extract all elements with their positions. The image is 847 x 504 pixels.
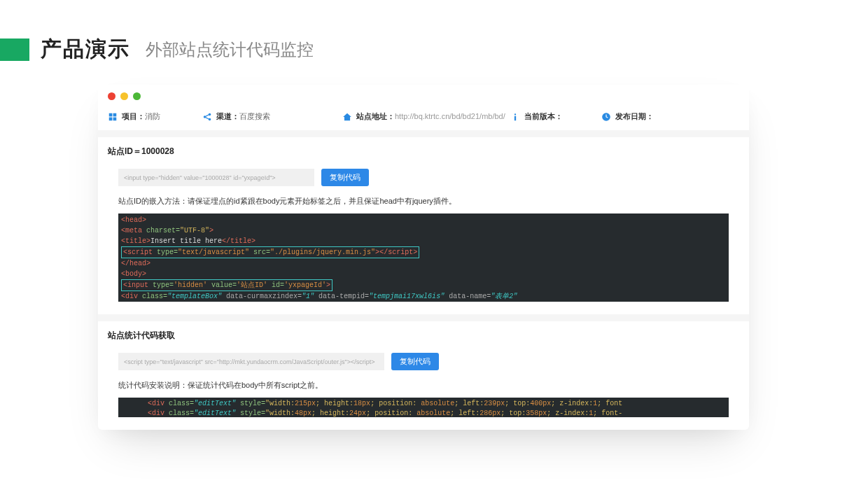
channel-label: 渠道： [216, 112, 239, 120]
app-window: 项目：消防 渠道：百度搜索 站点地址：http://bq.ktrtc.cn/bd… [98, 85, 749, 430]
maximize-dot[interactable] [133, 92, 141, 100]
window-controls [98, 85, 749, 106]
info-bar: 项目：消防 渠道：百度搜索 站点地址：http://bq.ktrtc.cn/bd… [98, 106, 749, 130]
help-text-1: 站点ID的嵌入方法：请保证埋点的id紧跟在body元素开始标签之后，并且保证he… [108, 196, 739, 214]
svg-point-4 [204, 115, 206, 118]
accent-bar [0, 38, 29, 61]
stats-code-input[interactable] [118, 353, 384, 370]
site-label: 站点地址： [356, 112, 395, 120]
site-link[interactable]: http://bq.ktrtc.cn/bd/bd21/mb/bd/ [395, 112, 505, 120]
code-block-1: <head> <meta charset="UTF-8"> <title>Ins… [118, 214, 729, 302]
help-text-2: 统计代码安装说明：保证统计代码在body中所有script之前。 [108, 380, 739, 398]
code-row-2: 复制代码 [108, 353, 739, 370]
copy-button-1[interactable]: 复制代码 [321, 169, 369, 186]
section-title-stats: 站点统计代码获取 [108, 330, 739, 342]
svg-point-6 [209, 118, 211, 120]
project-value: 消防 [145, 112, 160, 120]
separator [98, 314, 749, 321]
info-channel: 渠道：百度搜索 [202, 111, 342, 122]
section-title-site-id: 站点ID＝1000028 [108, 146, 739, 158]
svg-rect-0 [109, 113, 113, 116]
clock-icon [601, 112, 611, 122]
page-title: 产品演示 [41, 35, 130, 64]
svg-rect-1 [113, 113, 117, 116]
code-block-2: <div class="editText" style="width:215px… [118, 398, 729, 417]
grid-icon [108, 112, 118, 122]
info-date: 发布日期： [601, 111, 739, 122]
code-row-1: 复制代码 [108, 169, 739, 186]
svg-point-5 [209, 113, 211, 115]
date-label: 发布日期： [615, 112, 654, 120]
info-version: 当前版本： [510, 111, 601, 122]
page-subtitle: 外部站点统计代码监控 [146, 38, 314, 61]
section-stats-code: 站点统计代码获取 复制代码 统计代码安装说明：保证统计代码在body中所有scr… [98, 321, 749, 430]
svg-rect-8 [514, 115, 516, 120]
channel-value: 百度搜索 [239, 112, 270, 120]
info-site: 站点地址：http://bq.ktrtc.cn/bd/bd21/mb/bd/ [342, 111, 510, 122]
copy-button-2[interactable]: 复制代码 [391, 353, 439, 370]
svg-point-7 [514, 113, 516, 115]
share-icon [202, 112, 212, 122]
home-icon [342, 112, 352, 122]
svg-rect-2 [109, 117, 113, 120]
page-header: 产品演示 外部站点统计代码监控 [0, 0, 847, 85]
version-label: 当前版本： [524, 112, 563, 120]
minimize-dot[interactable] [120, 92, 128, 100]
separator [98, 130, 749, 137]
site-id-input[interactable] [118, 169, 314, 186]
info-icon [510, 112, 520, 122]
svg-rect-3 [113, 117, 117, 120]
close-dot[interactable] [108, 92, 115, 100]
section-site-id: 站点ID＝1000028 复制代码 站点ID的嵌入方法：请保证埋点的id紧跟在b… [98, 137, 749, 314]
info-project: 项目：消防 [108, 111, 202, 122]
project-label: 项目： [122, 112, 145, 120]
